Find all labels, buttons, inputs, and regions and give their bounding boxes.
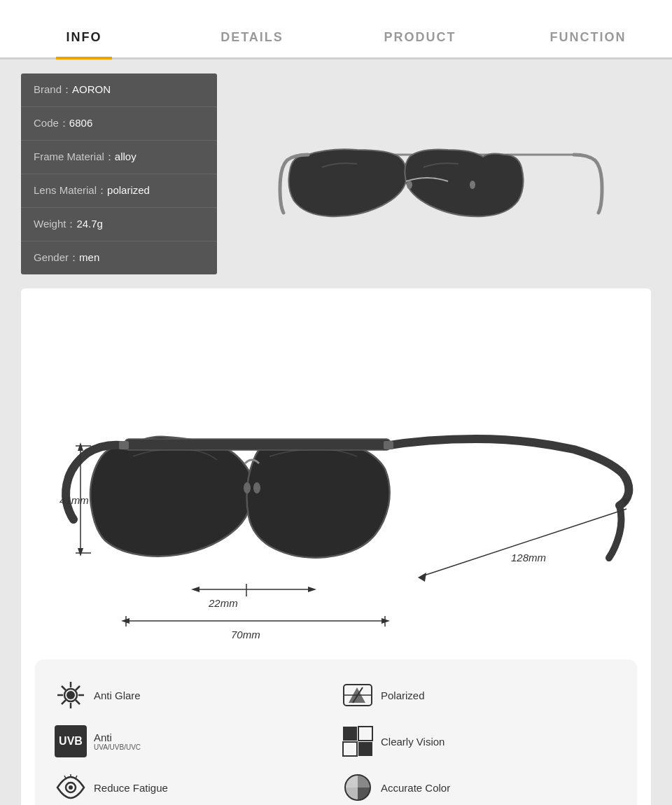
nav-info[interactable]: INFO (0, 30, 168, 57)
info-row-frame: Frame Material：alloy (21, 141, 217, 174)
svg-point-5 (253, 482, 260, 493)
svg-rect-44 (358, 727, 372, 741)
svg-rect-45 (343, 742, 357, 756)
polarized-icon (342, 679, 374, 711)
feature-reduce-fatigue: Reduce Fatigue (49, 764, 336, 805)
info-row-gender: Gender：men (21, 241, 217, 274)
svg-line-36 (76, 686, 80, 690)
svg-rect-3 (125, 439, 391, 450)
product-image-top (231, 74, 651, 274)
sunburst-icon (55, 679, 87, 711)
svg-marker-9 (78, 442, 83, 451)
svg-line-51 (76, 776, 77, 778)
svg-line-35 (76, 700, 80, 704)
svg-line-50 (64, 776, 66, 778)
feature-anti-uv: UVB Anti UVA/UVB/UVC (49, 718, 336, 764)
color-circle-icon (342, 771, 374, 804)
feature-accurate-color-label: Accurate Color (381, 782, 450, 794)
svg-point-1 (407, 181, 412, 189)
svg-rect-46 (358, 742, 372, 756)
features-row: Anti Glare Polarized UVB Anti (35, 659, 637, 805)
checkerboard-icon (342, 725, 374, 757)
svg-point-38 (66, 691, 75, 699)
info-row-weight: Weight：24.7g (21, 208, 217, 241)
glasses-diagram-svg: 41mm 22mm 70mm 128mm (35, 309, 637, 645)
svg-line-25 (424, 509, 626, 575)
info-row-code: Code：6806 (21, 107, 217, 141)
navigation-bar: INFO DETAILS PRODUCT FUNCTION (0, 0, 672, 59)
uvb-icon: UVB (55, 725, 87, 757)
svg-rect-6 (119, 441, 129, 449)
glasses-diagram: 41mm 22mm 70mm 128mm (35, 309, 637, 645)
nav-function[interactable]: FUNCTION (504, 30, 672, 57)
eye-icon (55, 771, 87, 804)
feature-accurate-color: Accurate Color (336, 764, 623, 805)
feature-anti-uv-sub: UVA/UVB/UVC (94, 743, 141, 751)
svg-text:41mm: 41mm (59, 494, 89, 506)
svg-text:128mm: 128mm (511, 552, 546, 564)
svg-marker-21 (382, 618, 390, 624)
info-row-brand: Brand：AORON (21, 74, 217, 107)
details-section: 41mm 22mm 70mm 128mm (21, 288, 651, 805)
feature-polarized: Polarized (336, 672, 623, 718)
svg-line-34 (62, 686, 66, 690)
info-section: Brand：AORON Code：6806 Frame Material：all… (21, 74, 651, 274)
feature-polarized-label: Polarized (381, 690, 425, 701)
feature-anti-glare-label: Anti Glare (94, 690, 141, 701)
glasses-top-image (266, 104, 616, 244)
svg-text:22mm: 22mm (208, 597, 238, 609)
svg-text:70mm: 70mm (231, 629, 260, 640)
svg-marker-20 (121, 618, 130, 624)
feature-anti-glare: Anti Glare (49, 672, 336, 718)
svg-marker-16 (308, 587, 316, 592)
svg-marker-26 (418, 573, 426, 582)
feature-clearly-vision: Clearly Vision (336, 718, 623, 764)
nav-product[interactable]: PRODUCT (336, 30, 504, 57)
nav-details[interactable]: DETAILS (168, 30, 336, 57)
feature-clearly-vision-label: Clearly Vision (381, 736, 444, 748)
svg-point-2 (470, 181, 475, 189)
svg-line-37 (62, 700, 66, 704)
product-info-table: Brand：AORON Code：6806 Frame Material：all… (21, 74, 217, 274)
feature-reduce-fatigue-label: Reduce Fatigue (94, 782, 168, 794)
svg-marker-15 (191, 587, 200, 592)
svg-point-48 (69, 785, 73, 790)
svg-marker-10 (78, 548, 83, 556)
svg-rect-43 (343, 727, 357, 741)
main-content: Brand：AORON Code：6806 Frame Material：all… (0, 59, 672, 805)
svg-rect-7 (384, 441, 393, 449)
info-row-lens: Lens Material：polarized (21, 174, 217, 208)
svg-point-4 (244, 482, 251, 493)
feature-anti-uv-label: Anti (94, 732, 112, 743)
